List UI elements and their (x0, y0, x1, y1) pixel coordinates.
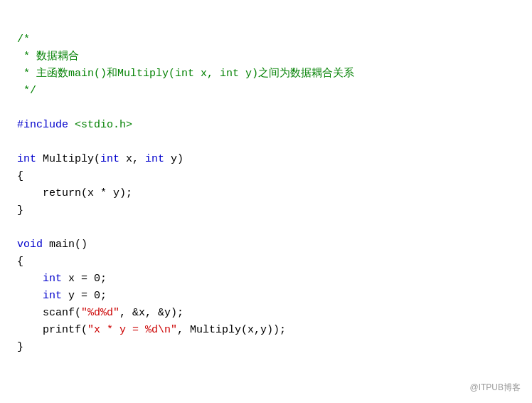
code-line: { (17, 253, 515, 271)
code-line: scanf("%d%d", &x, &y); (17, 305, 515, 322)
code-line (17, 100, 515, 117)
code-line: return(x * y); (17, 185, 515, 202)
code-line: */ (17, 83, 515, 100)
code-line: * 主函数main()和Multiply(int x, int y)之间为数据耦… (17, 66, 515, 83)
code-line: int Multiply(int x, int y) (17, 151, 515, 168)
code-line: void main() (17, 236, 515, 253)
code-block: /* * 数据耦合 * 主函数main()和Multiply(int x, in… (17, 14, 515, 356)
code-line (17, 219, 515, 236)
code-line: int x = 0; (17, 271, 515, 288)
code-line: /* (17, 31, 515, 48)
code-line: int y = 0; (17, 288, 515, 305)
watermark: @ITPUB博客 (469, 381, 521, 394)
code-line: * 数据耦合 (17, 48, 515, 66)
code-line: } (17, 202, 515, 219)
code-line: #include <stdio.h> (17, 117, 515, 134)
code-line: } (17, 339, 515, 356)
code-line (17, 134, 515, 151)
code-line: { (17, 168, 515, 185)
code-line: printf("x * y = %d\n", Multiply(x,y)); (17, 322, 515, 339)
